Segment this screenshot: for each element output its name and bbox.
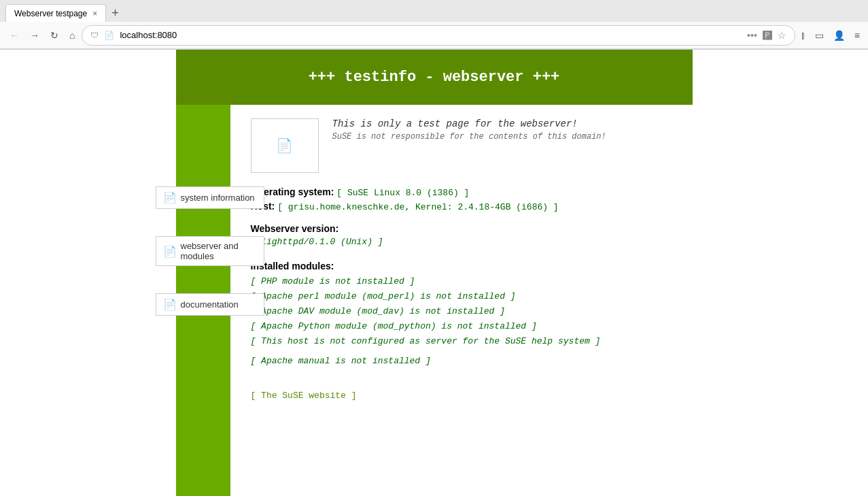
intro-text: This is only a test page for the webserv… [332,118,606,142]
os-row: Operating system: [ SuSE Linux 8.0 (i386… [251,186,679,198]
sidebar-item-documentation[interactable]: 📄 documentation [156,293,264,316]
doc-icon-system: 📄 [163,191,177,204]
modules-list: [ PHP module is not installed ] [ Apache… [251,274,679,349]
nav-right: ⫿ ▭ 👤 ≡ [798,27,863,44]
sidebar-item-system-info[interactable]: 📄 system information [156,186,264,209]
reload-button[interactable]: ↻ [46,27,63,44]
back-button[interactable]: ← [5,27,23,44]
webserver-version-label: Webserver version: [251,223,679,234]
site-header: +++ testinfo - webserver +++ [176,50,693,105]
forward-button[interactable]: → [26,27,44,44]
header-title: +++ testinfo - webserver +++ [309,69,560,86]
main-layout: 📄 system information 📄 webserver and mod… [176,105,693,496]
more-options-button[interactable]: ••• [747,30,757,41]
shield-icon: 🛡 [90,31,99,40]
sidebar-item-documentation-label: documentation [181,299,239,310]
sidebar-item-webserver[interactable]: 📄 webserver and modules [156,236,264,266]
module-item-1: [ Apache perl module (mod_perl) is not i… [251,289,679,304]
sidebar-item-webserver-label: webserver and modules [181,241,257,261]
doc-icon-documentation: 📄 [163,298,177,311]
page-content: +++ testinfo - webserver +++ 📄 system in… [0,50,868,496]
tab-bar: Webserver testpage × + [0,0,868,22]
sidebar-item-system-label: system information [181,193,255,203]
star-icon[interactable]: ☆ [778,30,786,41]
intro-line2: SuSE is not responsible for the contents… [332,132,606,142]
logo-box: 📄 [251,118,319,173]
logo-icon: 📄 [276,137,293,154]
content-area: 📄 This is only a test page for the webse… [230,105,693,496]
intro-box: 📄 This is only a test page for the webse… [251,118,679,173]
new-tab-button[interactable]: + [106,7,124,19]
nav-bar: ← → ↻ ⌂ 🛡 📄 ••• 🅿 ☆ ⫿ ▭ 👤 ≡ [0,22,868,49]
installed-modules-section: Installed modules: [ PHP module is not i… [251,261,679,366]
address-input[interactable] [120,30,742,40]
webserver-version-value: [ lighttpd/0.1.0 (Unix) ] [251,237,679,247]
menu-button[interactable]: ≡ [852,27,863,44]
history-button[interactable]: ⫿ [798,27,808,44]
apache-manual: [ Apache manual is not installed ] [251,356,679,366]
sidebar: 📄 system information 📄 webserver and mod… [176,105,230,496]
pocket-icon[interactable]: 🅿 [763,30,772,41]
browser-chrome: Webserver testpage × + ← → ↻ ⌂ 🛡 📄 ••• 🅿… [0,0,868,50]
module-item-4: [ This host is not configured as server … [251,334,679,349]
host-value: [ grisu.home.kneschke.de, Kernel: 2.4.18… [277,202,558,212]
home-button[interactable]: ⌂ [65,27,79,44]
active-tab[interactable]: Webserver testpage × [5,4,106,22]
page-icon: 📄 [104,31,114,40]
doc-icon-webserver: 📄 [163,245,177,258]
address-bar: 🛡 📄 ••• 🅿 ☆ [82,25,795,46]
module-item-3: [ Apache Python module (mod_python) is n… [251,319,679,334]
tab-title: Webserver testpage [14,9,87,18]
webserver-version-section: Webserver version: [ lighttpd/0.1.0 (Uni… [251,223,679,247]
suse-website-link[interactable]: [ The SuSE website ] [251,391,357,401]
module-item-0: [ PHP module is not installed ] [251,274,679,289]
nav-items: 📄 system information 📄 webserver and mod… [156,186,264,316]
module-item-2: [ Apache DAV module (mod_dav) is not ins… [251,304,679,319]
os-value: [ SuSE Linux 8.0 (i386) ] [336,188,469,198]
host-row: Host: [ grisu.home.kneschke.de, Kernel: … [251,201,679,212]
system-info-section: Operating system: [ SuSE Linux 8.0 (i386… [251,186,679,212]
tab-close-button[interactable]: × [92,9,97,18]
modules-label: Installed modules: [251,261,679,271]
intro-line1: This is only a test page for the webserv… [332,118,606,129]
profile-button[interactable]: 👤 [831,27,848,44]
sidebar-button[interactable]: ▭ [812,27,827,44]
